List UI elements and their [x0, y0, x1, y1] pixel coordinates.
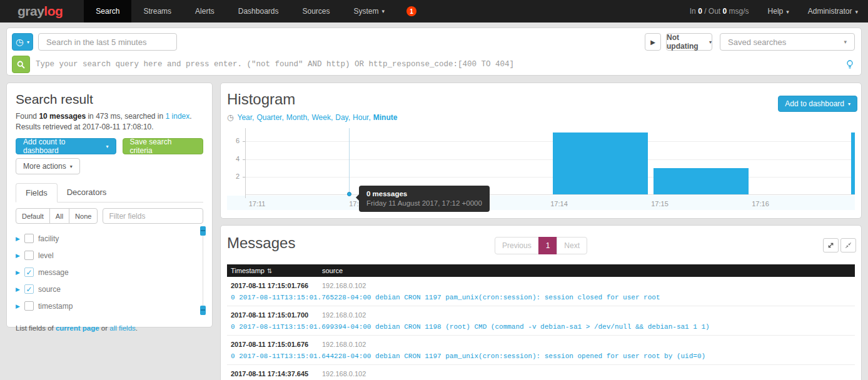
expand-caret-icon[interactable]: ▶ — [16, 303, 24, 309]
notification-count-badge[interactable]: 1 — [406, 6, 416, 16]
current-page-link[interactable]: current page — [56, 324, 99, 332]
expand-caret-icon[interactable]: ▶ — [16, 269, 24, 276]
nav-item-dashboards[interactable]: Dashboards — [226, 0, 291, 22]
scrollbar-track — [203, 226, 203, 315]
message-row[interactable]: 2017-08-11 17:14:37.645 192.168.0.102 0 … — [227, 365, 855, 380]
filter-fields-input[interactable] — [103, 208, 203, 224]
help-menu[interactable]: Help▾ — [768, 7, 789, 16]
saved-searches-select[interactable]: Saved searches ▾ — [720, 33, 855, 51]
message-text[interactable]: 0 2017-08-11T13:15:01.765228-04:00 debia… — [231, 294, 851, 301]
refresh-interval-dropdown[interactable]: Not updating▾ — [666, 33, 712, 51]
scrollbar-handle-bottom[interactable] — [200, 306, 206, 315]
chevron-down-icon: ▾ — [106, 144, 109, 149]
message-checkbox[interactable]: ✓ — [24, 268, 34, 277]
nav-item-alerts[interactable]: Alerts — [183, 0, 226, 22]
scrollbar-handle-top[interactable] — [200, 226, 206, 236]
message-timestamp: 2017-08-11 17:15:01.676 — [231, 341, 322, 348]
x-axis-label: 17:16 — [747, 200, 774, 208]
time-range-input[interactable] — [38, 33, 177, 51]
facility-checkbox[interactable] — [24, 234, 34, 243]
fields-none-button[interactable]: None — [69, 208, 98, 224]
field-row-level: ▶ level — [16, 247, 203, 264]
logo-text-log: log — [44, 4, 63, 19]
search-result-summary: Found 10 messages in 473 ms, searched in… — [16, 112, 203, 121]
expand-caret-icon[interactable]: ▶ — [16, 236, 24, 242]
all-fields-link[interactable]: all fields — [109, 324, 136, 332]
messages-panel: Messages Previous 1 Next Timestamp ⇅ sou… — [220, 225, 862, 380]
expand-caret-icon[interactable]: ▶ — [16, 286, 24, 292]
column-header-timestamp[interactable]: Timestamp — [231, 267, 265, 274]
tab-fields[interactable]: Fields — [16, 183, 58, 202]
nav-item-system[interactable]: System▾ — [342, 0, 397, 22]
expand-icon — [827, 242, 834, 249]
column-header-source[interactable]: source — [322, 267, 343, 274]
x-axis-label: 17:11 — [243, 200, 271, 208]
message-source[interactable]: 192.168.0.102 — [322, 341, 366, 348]
y-axis-label: 6 — [227, 137, 240, 144]
field-row-timestamp: ▶ timestamp — [16, 298, 203, 314]
message-text[interactable]: 0 2017-08-11T13:15:01.699394-04:00 debia… — [231, 323, 851, 331]
fields-all-button[interactable]: All — [49, 208, 69, 224]
pagination-previous[interactable]: Previous — [495, 237, 539, 254]
source-checkbox[interactable]: ✓ — [24, 284, 34, 294]
more-actions-button[interactable]: More actions▾ — [16, 158, 80, 174]
level-checkbox[interactable] — [24, 251, 34, 260]
resolution-year[interactable]: Year, — [237, 113, 254, 122]
x-axis-line — [245, 194, 855, 195]
search-submit-button[interactable] — [12, 56, 30, 73]
message-source[interactable]: 192.168.0.102 — [322, 311, 366, 319]
message-text[interactable]: 0 2017-08-11T13:15:01.644228-04:00 debia… — [231, 352, 851, 360]
nav-item-streams[interactable]: Streams — [131, 0, 183, 22]
clock-icon: ◷ — [16, 38, 23, 46]
resolution-hour[interactable]: Hour, — [353, 113, 371, 122]
throughput-indicator: In 0 / Out 0 msg/s — [690, 7, 749, 16]
field-row-message: ▶ ✓ message — [16, 264, 203, 281]
fields-default-button[interactable]: Default — [16, 208, 50, 224]
message-timestamp: 2017-08-11 17:15:01.766 — [231, 282, 322, 289]
resolution-week[interactable]: Week, — [311, 113, 333, 122]
resolution-quarter[interactable]: Quarter, — [256, 113, 283, 122]
histogram-chart[interactable]: 0 messages Friday 11 August 2017, 17:12 … — [227, 126, 855, 210]
nav-item-search[interactable]: Search — [84, 0, 131, 22]
field-row-facility: ▶ facility — [16, 230, 203, 247]
add-count-to-dashboard-button[interactable]: Add count to dashboard▾ — [16, 138, 116, 154]
histogram-bar[interactable] — [553, 132, 648, 194]
histogram-bar[interactable] — [654, 168, 749, 194]
nav-item-sources[interactable]: Sources — [290, 0, 341, 22]
play-refresh-button[interactable]: ▶ — [645, 33, 661, 51]
list-fields-footer: List fields of current page or all field… — [16, 324, 203, 332]
add-to-dashboard-button[interactable]: Add to dashboard▾ — [778, 96, 857, 112]
search-icon — [17, 61, 25, 69]
pagination-next[interactable]: Next — [557, 237, 587, 254]
chevron-down-icon: ▾ — [70, 164, 73, 169]
tab-decorators[interactable]: Decorators — [58, 183, 116, 202]
resolution-day[interactable]: Day, — [335, 113, 350, 122]
index-link[interactable]: 1 index — [166, 112, 190, 121]
save-search-criteria-button[interactable]: Save search criteria — [123, 138, 203, 154]
lightbulb-icon[interactable] — [846, 60, 854, 69]
message-row[interactable]: 2017-08-11 17:15:01.676 192.168.0.102 0 … — [227, 336, 855, 365]
timestamp-checkbox[interactable] — [24, 301, 34, 311]
graylog-logo[interactable]: graylog — [18, 0, 63, 22]
pagination-page-1[interactable]: 1 — [538, 237, 558, 254]
search-query-input[interactable] — [36, 56, 842, 73]
sort-icon[interactable]: ⇅ — [267, 268, 272, 274]
message-source[interactable]: 192.168.0.102 — [322, 282, 366, 289]
navbar-right: In 0 / Out 0 msg/s Help▾ Administrator▾ — [690, 0, 858, 22]
search-result-sidebar: Search result Found 10 messages in 473 m… — [6, 82, 213, 328]
field-row-source: ▶ ✓ source — [16, 281, 203, 298]
resolution-minute[interactable]: Minute — [373, 113, 398, 122]
user-menu-administrator[interactable]: Administrator▾ — [808, 7, 858, 16]
message-row[interactable]: 2017-08-11 17:15:01.766 192.168.0.102 0 … — [227, 277, 855, 306]
resolution-month[interactable]: Month, — [286, 113, 310, 122]
tooltip-date: Friday 11 August 2017, 17:12 +0000 — [366, 199, 482, 207]
time-range-picker-button[interactable]: ◷▾ — [12, 33, 33, 51]
tooltip-value: 0 messages — [366, 190, 482, 198]
compress-messages-button[interactable] — [840, 238, 856, 252]
expand-caret-icon[interactable]: ▶ — [16, 252, 24, 259]
expand-messages-button[interactable] — [823, 238, 839, 252]
histogram-bar-partial[interactable] — [851, 132, 855, 194]
message-source[interactable]: 192.168.0.102 — [322, 370, 366, 378]
hover-crosshair-line — [349, 128, 350, 194]
message-row[interactable]: 2017-08-11 17:15:01.700 192.168.0.102 0 … — [227, 306, 855, 336]
